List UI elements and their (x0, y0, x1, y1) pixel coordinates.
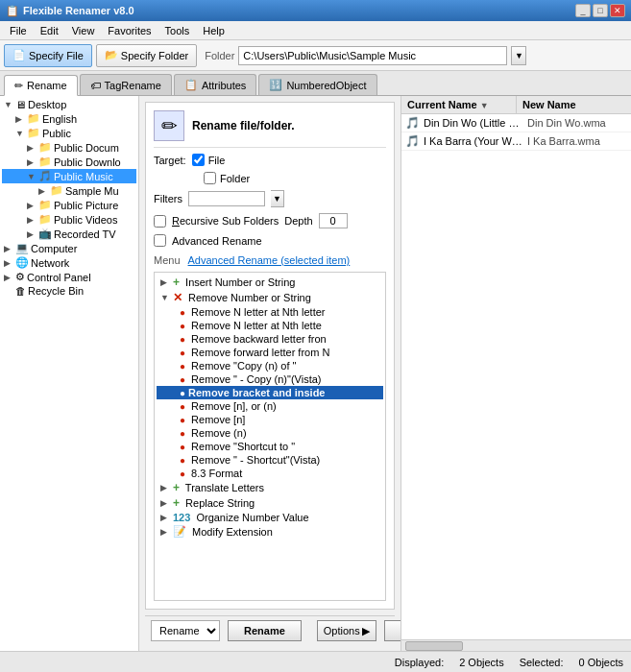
right-panel-scrollbar[interactable] (401, 639, 631, 651)
tree-remove-shortcut-vista[interactable]: ● Remove " - Shortcut"(Vista) (157, 453, 383, 467)
file-list[interactable]: 🎵 Din Din Wo (Little Child).wma Din Din … (401, 114, 631, 639)
specify-file-button[interactable]: 📄 Specify File (4, 44, 92, 67)
tab-attributes[interactable]: 📋 Attributes (174, 74, 256, 95)
filter-dropdown[interactable]: ▼ (271, 190, 284, 207)
close-button[interactable]: ✕ (610, 4, 625, 17)
tree-remove-bracket[interactable]: ● Remove bracket and inside (157, 386, 383, 399)
tree-remove-copy-of[interactable]: ● Remove "Copy (n) of " (157, 359, 383, 372)
menu-tools[interactable]: Tools (159, 24, 196, 37)
tree-organize-number[interactable]: ▶ 123 Organize Number Value (157, 511, 383, 524)
tree-remove-n-or-n[interactable]: ● Remove [n], or (n) (157, 399, 383, 413)
options-button[interactable]: Options ▶ (317, 620, 376, 641)
tree-item-sample-music[interactable]: ▶ 📁 Sample Mu (2, 183, 136, 198)
menu-section: Menu Advanced Rename (selected item) (154, 254, 386, 266)
file-row[interactable]: 🎵 Din Din Wo (Little Child).wma Din Din … (401, 114, 631, 132)
specify-folder-button[interactable]: 📂 Specify Folder (96, 44, 197, 67)
tree-item-computer[interactable]: ▶ 💻 Computer (2, 241, 136, 255)
col-new-name: New Name (517, 96, 631, 113)
tree-item-control-panel[interactable]: ▶ ⚙ Control Panel (2, 270, 136, 284)
folder-checkbox[interactable] (204, 172, 216, 184)
tree-translate-letters[interactable]: ▶ + Translate Letters (157, 480, 383, 495)
tree-item-label: Remove bracket and inside (188, 387, 325, 398)
main-content: ▼ 🖥 Desktop ▶ 📁 English ▼ 📁 Public ▶ 📁 P… (0, 96, 631, 651)
tree-item-label: Public (42, 128, 71, 139)
tree-item-english[interactable]: ▶ 📁 English (2, 111, 136, 126)
plus-icon: + (173, 496, 180, 510)
folder-open-icon: 📂 (105, 49, 118, 61)
tree-remove-forward[interactable]: ● Remove forward letter from N (157, 346, 383, 359)
tree-item-desktop[interactable]: ▼ 🖥 Desktop (2, 98, 136, 111)
tree-remove-n-paren[interactable]: ● Remove (n) (157, 426, 383, 440)
advanced-rename-link[interactable]: Advanced Rename (selected item) (188, 254, 351, 266)
folder-path-input[interactable] (238, 46, 507, 65)
tree-item-public-documents[interactable]: ▶ 📁 Public Docum (2, 140, 136, 155)
tree-item-network[interactable]: ▶ 🌐 Network (2, 255, 136, 270)
displayed-label: Displayed: (395, 657, 444, 668)
recursive-row: Recursive Sub Folders Depth (154, 213, 386, 228)
tree-item-label: Organize Number Value (193, 512, 308, 523)
recursive-checkbox[interactable] (154, 215, 166, 228)
bullet-icon: ● (180, 374, 185, 385)
file-checkbox[interactable] (192, 154, 205, 166)
options-label: Options (324, 625, 360, 636)
tree-remove-n-letter-nth[interactable]: ● Remove N letter at Nth letter (157, 305, 383, 319)
filter-input[interactable] (188, 191, 265, 206)
tagrename-tab-icon: 🏷 (90, 80, 101, 91)
tree-remove-n-letter-nth2[interactable]: ● Remove N letter at Nth lette (157, 319, 383, 332)
tree-remove-backward[interactable]: ● Remove backward letter fron (157, 332, 383, 346)
toolbar: 📄 Specify File 📂 Specify Folder Folder ▼ (0, 40, 631, 71)
status-bar: Displayed: 2 Objects Selected: 0 Objects (0, 651, 631, 672)
advanced-checkbox[interactable] (154, 234, 166, 247)
specify-file-label: Specify File (29, 50, 84, 61)
file-row[interactable]: 🎵 I Ka Barra (Your Work).wma I Ka Barra.… (401, 132, 631, 151)
app-icon: 📋 (6, 5, 19, 17)
tab-rename[interactable]: ✏ Rename (4, 75, 78, 96)
bullet-icon: ● (180, 321, 185, 331)
tree-item-label: Remove backward letter fron (188, 333, 327, 345)
tree-insert-number[interactable]: ▶ + Insert Number or String (157, 275, 383, 290)
tree-modify-extension[interactable]: ▶ 📝 Modify Extension (157, 524, 383, 539)
folder-icon: 📁 (38, 141, 52, 154)
expand-icon: ▶ (27, 143, 36, 153)
file-tree[interactable]: ▼ 🖥 Desktop ▶ 📁 English ▼ 📁 Public ▶ 📁 P… (0, 96, 139, 651)
tree-item-public-videos[interactable]: ▶ 📁 Public Videos (2, 212, 136, 227)
tree-remove-shortcut-to[interactable]: ● Remove "Shortcut to " (157, 440, 383, 453)
tree-item-label: Network (31, 257, 69, 269)
tree-83-format[interactable]: ● 8.3 Format (157, 467, 383, 480)
menu-edit[interactable]: Edit (35, 24, 64, 37)
maximize-button[interactable]: □ (593, 4, 608, 17)
tree-remove-number[interactable]: ▼ ✕ Remove Number or String (157, 290, 383, 305)
tab-tagrename[interactable]: 🏷 TagRename (80, 74, 172, 95)
tree-item-public-music[interactable]: ▼ 🎵 Public Music (2, 169, 136, 183)
undo-button[interactable]: Undo (384, 620, 400, 641)
minimize-button[interactable]: _ (575, 4, 591, 17)
tree-replace-string[interactable]: ▶ + Replace String (157, 495, 383, 511)
rename-select[interactable]: Rename (151, 620, 220, 641)
tree-item-label: Remove N letter at Nth letter (188, 306, 325, 318)
expand-icon: ▶ (27, 157, 36, 167)
tree-item-recorded-tv[interactable]: ▶ 📺 Recorded TV (2, 227, 136, 241)
expand-icon: ▶ (27, 215, 36, 225)
tab-numberedobject[interactable]: 🔢 NumberedObject (258, 74, 376, 95)
filters-label: Filters (154, 193, 182, 204)
menu-help[interactable]: Help (197, 24, 231, 37)
tree-item-public-downloads[interactable]: ▶ 📁 Public Downlo (2, 155, 136, 169)
bullet-icon: ● (180, 334, 185, 345)
rename-panel-title: Rename file/folder. (192, 119, 295, 132)
tree-item-label: Remove Number or String (185, 292, 311, 303)
menu-favorites[interactable]: Favorites (102, 24, 157, 37)
tree-item-recycle-bin[interactable]: ▶ 🗑 Recycle Bin (2, 284, 136, 298)
menu-view[interactable]: View (66, 24, 101, 37)
expand-icon: ▶ (15, 114, 25, 124)
tree-item-label: Remove [n], or (n) (188, 400, 277, 412)
tree-remove-n-bracket[interactable]: ● Remove [n] (157, 413, 383, 426)
tree-item-public-pictures[interactable]: ▶ 📁 Public Picture (2, 198, 136, 212)
expand-icon: ▶ (38, 186, 48, 196)
tree-item-public[interactable]: ▼ 📁 Public (2, 126, 136, 140)
tree-remove-copy-vista[interactable]: ● Remove " - Copy (n)"(Vista) (157, 372, 383, 386)
menu-file[interactable]: File (4, 24, 33, 37)
rename-options-tree[interactable]: ▶ + Insert Number or String ▼ ✕ Remove N… (154, 272, 386, 601)
rename-button[interactable]: Rename (228, 620, 302, 641)
folder-path-dropdown[interactable]: ▼ (511, 46, 526, 65)
depth-input[interactable] (319, 213, 348, 228)
